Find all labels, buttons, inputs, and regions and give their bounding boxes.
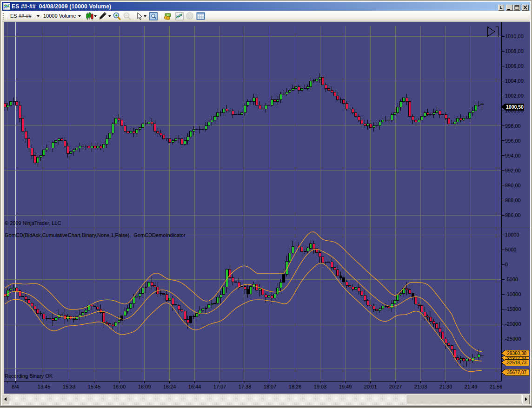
svg-text:1002,00: 1002,00 bbox=[505, 93, 524, 99]
svg-text:-15000: -15000 bbox=[505, 306, 521, 312]
svg-text:-5000: -5000 bbox=[505, 276, 518, 282]
svg-text:18:07: 18:07 bbox=[264, 384, 277, 389]
svg-text:-20000: -20000 bbox=[505, 321, 521, 327]
svg-text:21:03: 21:03 bbox=[414, 384, 427, 389]
svg-text:GomCD(BidAsk,CumulativeChart,B: GomCD(BidAsk,CumulativeChart,Binary,None… bbox=[5, 232, 186, 238]
svg-text:19:03: 19:03 bbox=[314, 384, 327, 389]
svg-text:16:44: 16:44 bbox=[188, 384, 201, 389]
svg-text:992,00: 992,00 bbox=[505, 168, 521, 173]
svg-text:19:49: 19:49 bbox=[339, 384, 352, 389]
svg-text:998,00: 998,00 bbox=[505, 123, 521, 129]
svg-text:1004,00: 1004,00 bbox=[505, 78, 524, 84]
svg-text:-35677,07: -35677,07 bbox=[505, 370, 526, 375]
svg-text:18:26: 18:26 bbox=[289, 384, 302, 389]
svg-text:21:30: 21:30 bbox=[439, 384, 452, 389]
svg-text:20:01: 20:01 bbox=[364, 384, 377, 389]
svg-text:-29360,38: -29360,38 bbox=[505, 351, 526, 356]
svg-text:15:45: 15:45 bbox=[88, 384, 101, 389]
svg-text:1006,00: 1006,00 bbox=[505, 63, 524, 69]
svg-text:20:27: 20:27 bbox=[389, 384, 402, 389]
svg-text:17:07: 17:07 bbox=[213, 384, 226, 389]
svg-text:1000,50: 1000,50 bbox=[506, 104, 524, 110]
svg-text:21:49: 21:49 bbox=[465, 384, 478, 389]
svg-text:1008,00: 1008,00 bbox=[505, 48, 524, 54]
svg-text:16:09: 16:09 bbox=[138, 384, 151, 389]
svg-text:8/4: 8/4 bbox=[12, 384, 19, 389]
svg-text:Recording Binary OK: Recording Binary OK bbox=[5, 373, 53, 379]
svg-text:1010,00: 1010,00 bbox=[505, 33, 524, 39]
svg-text:-32518,73: -32518,73 bbox=[505, 360, 526, 365]
svg-text:10000: 10000 bbox=[505, 232, 519, 237]
svg-text:13:45: 13:45 bbox=[38, 384, 51, 389]
svg-text:16:24: 16:24 bbox=[163, 384, 176, 389]
svg-text:-25000: -25000 bbox=[505, 336, 521, 342]
svg-text:994,00: 994,00 bbox=[505, 153, 521, 158]
svg-text:16:00: 16:00 bbox=[113, 384, 126, 389]
svg-text:17:38: 17:38 bbox=[239, 384, 252, 389]
svg-text:986,00: 986,00 bbox=[505, 212, 521, 218]
svg-text:0: 0 bbox=[505, 262, 508, 267]
svg-text:5000: 5000 bbox=[505, 247, 516, 252]
svg-text:996,00: 996,00 bbox=[505, 138, 521, 144]
svg-text:988,00: 988,00 bbox=[505, 197, 521, 203]
svg-text:21:56: 21:56 bbox=[490, 384, 503, 389]
svg-text:-10000: -10000 bbox=[505, 291, 521, 297]
svg-text:15:33: 15:33 bbox=[63, 384, 76, 389]
svg-text:© 2009 NinjaTrader, LLC: © 2009 NinjaTrader, LLC bbox=[5, 220, 61, 226]
svg-text:990,00: 990,00 bbox=[505, 183, 521, 188]
